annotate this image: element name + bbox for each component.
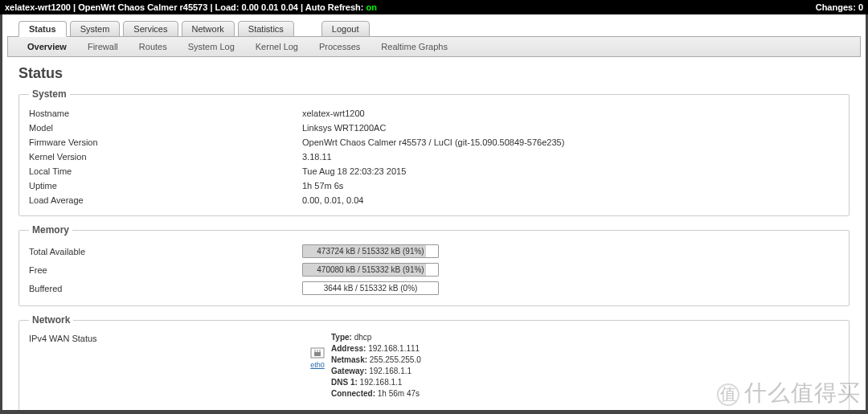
sub-tabs: OverviewFirewallRoutesSystem LogKernel L… [7,36,861,57]
memory-row: Free470080 kB / 515332 kB (91%) [29,260,839,279]
net-info-line: Address: 192.168.1.111 [331,343,421,355]
net-info-line: Netmask: 255.255.255.0 [331,355,421,366]
row-label: Kernel Version [29,152,302,162]
system-row: Uptime1h 57m 6s [29,178,839,193]
main-tabs: StatusSystemServicesNetworkStatisticsLog… [18,21,866,37]
system-row: Kernel Version3.18.11 [29,150,839,164]
memory-legend: Memory [29,224,72,236]
net-info-line: DNS 1: 192.168.1.1 [331,377,421,388]
memory-section: Memory Total Available473724 kB / 515332… [18,224,850,306]
row-value: Linksys WRT1200AC [302,123,839,133]
subtab-firewall[interactable]: Firewall [84,40,121,53]
system-row: Local TimeTue Aug 18 22:03:23 2015 [29,164,839,178]
page-title: Status [18,65,850,82]
row-value: 1h 57m 6s [302,181,839,191]
wan4-interface: eth0 [310,332,325,400]
subtab-routes[interactable]: Routes [136,40,170,53]
net-info-line: Gateway: 192.168.1.1 [331,366,421,377]
row-label: Load Average [29,195,302,205]
tab-logout[interactable]: Logout [321,21,370,37]
subtab-realtime[interactable]: Realtime Graphs [378,40,451,53]
tab-network[interactable]: Network [182,21,235,37]
network-section: Network IPv4 WAN Status eth0 Type: dhcpA… [18,314,850,410]
header-left: xelatex-wrt1200 | OpenWrt Chaos Calmer r… [5,2,377,13]
tab-status[interactable]: Status [18,21,67,37]
system-row: Load Average0.00, 0.01, 0.04 [29,193,839,207]
row-value: 3.18.11 [302,152,839,162]
system-legend: System [29,88,70,100]
memory-bar: 3644 kB / 515332 kB (0%) [302,281,439,295]
row-value: Tue Aug 18 22:03:23 2015 [302,166,839,176]
subtab-syslog[interactable]: System Log [185,40,238,53]
row-label: Buffered [29,284,302,293]
row-label: Firmware Version [29,137,302,147]
memory-row: Total Available473724 kB / 515332 kB (91… [29,242,839,260]
top-header: xelatex-wrt1200 | OpenWrt Chaos Calmer r… [0,0,868,14]
auto-refresh-state[interactable]: on [366,2,377,12]
system-row: Hostnamexelatex-wrt1200 [29,106,839,121]
row-label: Hostname [29,109,302,118]
ethernet-icon [310,346,325,359]
row-label: Local Time [29,166,302,176]
memory-bar: 470080 kB / 515332 kB (91%) [302,263,439,277]
row-value: OpenWrt Chaos Calmer r45573 / LuCI (git-… [302,137,839,147]
header-right[interactable]: Changes: 0 [816,2,863,13]
system-row: ModelLinksys WRT1200AC [29,121,839,135]
net-info-line: Connected: 1h 56m 47s [331,388,421,400]
tab-services[interactable]: Services [123,21,178,37]
system-section: System Hostnamexelatex-wrt1200ModelLinks… [18,88,850,216]
row-value: 0.00, 0.01, 0.04 [302,195,839,205]
row-label: Uptime [29,181,302,191]
ipv4-wan-label: IPv4 WAN Status [29,332,302,343]
svg-rect-1 [314,352,321,356]
row-label: Free [29,265,302,275]
network-legend: Network [29,314,73,326]
row-label: Total Available [29,247,302,256]
row-label: Model [29,123,302,133]
wan4-iface-link[interactable]: eth0 [310,361,325,369]
memory-bar: 473724 kB / 515332 kB (91%) [302,244,439,258]
row-value: xelatex-wrt1200 [302,109,839,118]
memory-row: Buffered3644 kB / 515332 kB (0%) [29,279,839,297]
system-row: Firmware VersionOpenWrt Chaos Calmer r45… [29,135,839,150]
subtab-overview[interactable]: Overview [24,40,70,53]
tab-system[interactable]: System [70,21,121,37]
net-info-line: Type: dhcp [331,332,421,343]
subtab-processes[interactable]: Processes [316,40,363,53]
tab-statistics[interactable]: Statistics [238,21,294,37]
subtab-kernellog[interactable]: Kernel Log [252,40,301,53]
